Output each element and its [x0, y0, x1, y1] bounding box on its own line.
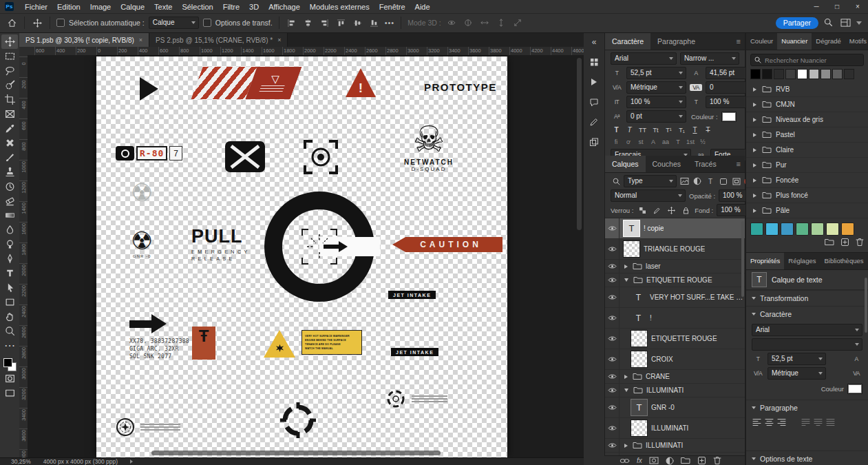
- color-swatch[interactable]: [796, 223, 809, 236]
- align-right-icon[interactable]: [319, 17, 331, 29]
- layer-content[interactable]: ILLUMINATI: [620, 384, 745, 397]
- align-left-icon[interactable]: [286, 17, 298, 29]
- menu-item-affichage[interactable]: Affichage: [264, 3, 305, 11]
- document-tab-active[interactable]: PS 1.psb @ 30,3% (! copie, RVB/8) ×: [19, 33, 149, 47]
- canvas-vertical-scrollbar[interactable]: [577, 58, 582, 230]
- tab-proprietes[interactable]: Propriétés: [746, 253, 784, 269]
- tab-nuancier[interactable]: Nuancier: [777, 33, 812, 50]
- layer-content[interactable]: ILLUMINATI: [620, 418, 745, 438]
- layer-thumbnail[interactable]: [623, 240, 640, 258]
- font-family-dropdown[interactable]: Arial: [611, 52, 677, 65]
- align-bottom-icon[interactable]: [368, 17, 381, 29]
- opentype-button-4[interactable]: aa: [660, 137, 671, 147]
- notes-panel-icon[interactable]: [588, 96, 600, 107]
- lock-all-icon[interactable]: [680, 205, 691, 216]
- share-button[interactable]: Partager: [776, 17, 818, 29]
- lock-transparent-icon[interactable]: [637, 205, 648, 216]
- mini-swatch[interactable]: [844, 69, 854, 79]
- chevron-right-icon[interactable]: [624, 375, 628, 379]
- visibility-toggle[interactable]: [605, 287, 620, 307]
- visibility-toggle[interactable]: [605, 218, 620, 238]
- text-style-button-6[interactable]: T: [689, 125, 701, 135]
- color-swatch[interactable]: [841, 223, 854, 236]
- eraser-tool[interactable]: [1, 194, 18, 208]
- panel-menu-icon[interactable]: ≡: [737, 160, 745, 168]
- swatch-group-pastel[interactable]: Pastel: [746, 127, 868, 143]
- section-transformation[interactable]: Transformation: [746, 290, 868, 306]
- foreground-background-swatches[interactable]: [3, 358, 17, 371]
- chevron-right-icon[interactable]: [753, 209, 756, 213]
- add-mask-icon[interactable]: [649, 457, 659, 464]
- baseline-shift-field[interactable]: 0 pt: [626, 110, 686, 123]
- opentype-button-1[interactable]: ơ: [623, 137, 634, 147]
- brush-tool[interactable]: [1, 150, 18, 165]
- actions-panel-icon[interactable]: [588, 76, 600, 87]
- visibility-toggle[interactable]: [605, 397, 620, 417]
- visibility-toggle[interactable]: [605, 329, 620, 349]
- transform-controls-checkbox[interactable]: [203, 19, 211, 27]
- text-style-button-5[interactable]: T₁: [676, 125, 688, 135]
- menu-item-edition[interactable]: Edition: [52, 3, 85, 11]
- chevron-right-icon[interactable]: [753, 118, 756, 122]
- props-color-swatch[interactable]: [847, 384, 862, 394]
- close-button[interactable]: ×: [847, 0, 868, 13]
- text-style-button-1[interactable]: T: [624, 125, 635, 135]
- tab-paragraphe[interactable]: Paragraphe: [650, 33, 702, 50]
- layer-content[interactable]: ETIQUETTE ROUGE: [620, 273, 745, 287]
- text-style-button-7[interactable]: T: [702, 125, 714, 135]
- swatch-group-plus-fonce[interactable]: Plus foncé: [746, 188, 868, 203]
- visibility-toggle[interactable]: [605, 384, 620, 397]
- layer-row[interactable]: T!: [605, 308, 745, 329]
- tab-calques[interactable]: Calques: [605, 156, 646, 172]
- visibility-toggle[interactable]: [605, 273, 620, 287]
- zoom-tool[interactable]: [1, 324, 18, 338]
- filter-adjustment-icon[interactable]: [692, 176, 703, 187]
- mini-swatch[interactable]: [774, 69, 784, 79]
- new-adjustment-icon[interactable]: [666, 457, 674, 465]
- filter-type-icon[interactable]: T: [705, 176, 716, 187]
- align-text-right-icon[interactable]: [776, 417, 787, 427]
- layer-content[interactable]: ETIQUETTE ROUGE: [620, 329, 745, 349]
- tab-bibliotheques[interactable]: Bibliothèques: [820, 253, 867, 269]
- layer-row[interactable]: ILLUMINATI: [605, 384, 745, 397]
- font-size-dropdown[interactable]: 52,5 pt: [626, 67, 686, 79]
- section-paragraphe[interactable]: Paragraphe: [746, 400, 868, 415]
- menu-item-texte[interactable]: Texte: [149, 3, 177, 11]
- props-font-style-dropdown[interactable]: [752, 338, 862, 351]
- layer-content[interactable]: T! copie: [620, 218, 745, 238]
- pen-tool[interactable]: [1, 251, 18, 266]
- opentype-button-7[interactable]: ½: [697, 137, 708, 147]
- layers-scrollbar[interactable]: [741, 221, 744, 297]
- layer-row[interactable]: TVERY HOT SURF...E TAKE CARE: [605, 287, 745, 308]
- blur-tool[interactable]: [1, 223, 18, 237]
- text-style-button-2[interactable]: TT: [637, 125, 648, 135]
- collapse-panels-icon[interactable]: «: [588, 37, 600, 48]
- mini-swatch[interactable]: [785, 69, 796, 79]
- new-swatch-icon[interactable]: [840, 238, 849, 247]
- text-style-button-4[interactable]: T¹: [663, 125, 675, 135]
- layer-style-icon[interactable]: fx: [637, 457, 642, 464]
- move-tool[interactable]: [1, 34, 18, 49]
- minimize-button[interactable]: ─: [806, 0, 827, 13]
- chevron-right-icon[interactable]: [753, 103, 756, 107]
- align-text-center-icon[interactable]: [764, 417, 774, 427]
- opentype-button-2[interactable]: st: [635, 137, 646, 147]
- layer-content[interactable]: ILLUMINATI: [620, 439, 745, 452]
- layer-content[interactable]: T!: [620, 308, 745, 328]
- tab-couleur[interactable]: Couleur: [746, 33, 777, 50]
- new-group-icon[interactable]: [681, 457, 690, 464]
- chevron-right-icon[interactable]: [624, 265, 628, 269]
- mini-swatch[interactable]: [832, 69, 843, 79]
- lock-pixels-icon[interactable]: [651, 205, 662, 216]
- text-layer-thumbnail[interactable]: T: [631, 399, 648, 416]
- layer-thumbnail[interactable]: [631, 330, 648, 347]
- section-caractere[interactable]: Caractère: [746, 306, 868, 322]
- type-tool[interactable]: [1, 266, 18, 280]
- properties-scrollbar[interactable]: [865, 278, 867, 333]
- layer-row[interactable]: ILLUMINATI: [605, 439, 745, 453]
- menu-item-3d[interactable]: 3D: [244, 3, 264, 11]
- close-tab-icon[interactable]: ×: [277, 37, 281, 43]
- chevron-right-icon[interactable]: [753, 133, 756, 137]
- crop-tool[interactable]: [1, 92, 18, 107]
- chevron-down-icon[interactable]: [624, 389, 628, 392]
